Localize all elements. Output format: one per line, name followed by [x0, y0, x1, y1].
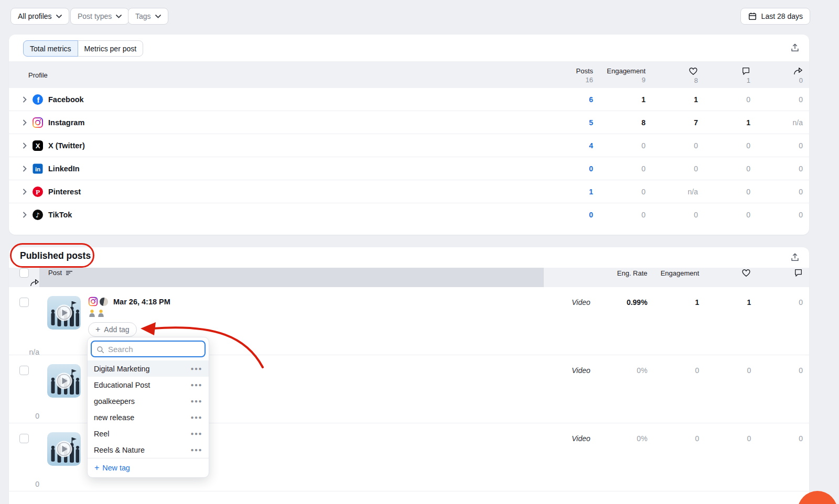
- likes-value: 1: [699, 287, 751, 306]
- comments-value: 0: [698, 211, 750, 219]
- posts-count-link[interactable]: 4: [541, 141, 593, 150]
- date-range-picker[interactable]: Last 28 days: [740, 8, 810, 25]
- person-emoji-icon: [88, 309, 96, 317]
- pinterest-logo-icon: P: [32, 186, 44, 198]
- post-checkbox[interactable]: [19, 434, 29, 443]
- export-icon[interactable]: [790, 253, 800, 262]
- person-emoji-icon: [97, 309, 105, 317]
- profiles-filter-dropdown[interactable]: All profiles: [10, 8, 69, 25]
- shares-value: 0: [750, 188, 803, 196]
- export-icon[interactable]: [790, 43, 800, 52]
- chevron-right-icon[interactable]: [22, 96, 27, 103]
- post-date[interactable]: Mar 26, 4:18 PM: [113, 298, 170, 306]
- tag-options-menu-icon[interactable]: ●●●: [190, 414, 202, 420]
- add-tag-button[interactable]: + Add tag: [88, 322, 137, 337]
- tags-filter-dropdown[interactable]: Tags: [128, 8, 168, 25]
- chevron-right-icon[interactable]: [22, 119, 27, 126]
- post-video-thumbnail[interactable]: [47, 296, 81, 330]
- chevron-right-icon[interactable]: [22, 212, 27, 218]
- engagement-value: 0: [593, 165, 646, 173]
- tag-option-label: Reels & Nature: [94, 446, 145, 454]
- sort-icon[interactable]: [66, 270, 73, 276]
- calendar-icon: [748, 12, 757, 21]
- heart-icon: [689, 67, 698, 75]
- metrics-tabs: Total metrics Metrics per post: [23, 40, 143, 57]
- engagement-value: 0: [648, 423, 700, 443]
- tag-option[interactable]: goalkeepers ●●●: [88, 393, 209, 409]
- posts-count-link[interactable]: 0: [541, 211, 593, 219]
- tag-option[interactable]: Reel ●●●: [88, 425, 209, 442]
- tag-options-menu-icon[interactable]: ●●●: [190, 447, 202, 453]
- likes-value: 0: [699, 355, 751, 375]
- tag-option[interactable]: new release ●●●: [88, 409, 209, 425]
- tag-options-menu-icon[interactable]: ●●●: [190, 431, 202, 436]
- post-column-header: Post: [48, 269, 62, 277]
- tag-option[interactable]: Educational Post ●●●: [88, 377, 209, 393]
- posts-count-link[interactable]: 1: [541, 188, 593, 196]
- tag-option[interactable]: Digital Marketing ●●●: [88, 360, 209, 377]
- tag-option[interactable]: Reels & Nature ●●●: [88, 442, 209, 458]
- date-range-label: Last 28 days: [761, 12, 803, 20]
- tag-dropdown-menu: Digital Marketing ●●● Educational Post ●…: [87, 337, 209, 478]
- likes-value: 0: [699, 423, 751, 443]
- chevron-down-icon: [155, 15, 161, 18]
- post-checkbox[interactable]: [19, 298, 29, 307]
- instagram-logo-icon: [88, 297, 98, 306]
- post-caption: [88, 309, 170, 317]
- post-types-filter-dropdown[interactable]: Post types: [70, 8, 129, 25]
- profile-column-header: Profile: [28, 71, 48, 79]
- plus-icon: +: [95, 325, 100, 334]
- new-tag-button[interactable]: + New tag: [88, 458, 209, 477]
- shares-value: 0: [750, 165, 803, 173]
- profile-avatar: [99, 297, 109, 306]
- chevron-right-icon[interactable]: [22, 143, 27, 149]
- engagement-value: 0: [648, 355, 700, 375]
- tag-options-menu-icon[interactable]: ●●●: [190, 382, 202, 388]
- tag-options-menu-icon[interactable]: ●●●: [190, 398, 202, 404]
- engagement-value: 0: [593, 211, 646, 219]
- post-video-thumbnail[interactable]: [47, 364, 81, 398]
- add-tag-label: Add tag: [104, 325, 129, 334]
- likes-total: 8: [694, 76, 698, 84]
- plus-icon: +: [94, 464, 99, 472]
- table-row-pinterest: P Pinterest 1 0 n/a 0 0: [9, 180, 809, 203]
- posts-count-link[interactable]: 0: [541, 165, 593, 173]
- engagement-value: 8: [593, 118, 646, 127]
- select-all-checkbox[interactable]: [19, 268, 29, 278]
- chevron-right-icon[interactable]: [22, 166, 27, 172]
- tab-metrics-per-post[interactable]: Metrics per post: [78, 40, 144, 57]
- shares-value: 0: [750, 95, 803, 104]
- network-name: TikTok: [48, 211, 72, 219]
- post-types-filter-label: Post types: [78, 12, 112, 20]
- eng-rate-value: 0%: [596, 423, 648, 443]
- comments-value: 0: [698, 165, 750, 173]
- comments-value: 0: [698, 188, 750, 196]
- posts-count-link[interactable]: 6: [541, 95, 593, 104]
- shares-value: n/a: [9, 337, 39, 356]
- tab-total-metrics[interactable]: Total metrics: [23, 40, 78, 57]
- table-row-instagram: Instagram 5 8 7 1 n/a: [9, 111, 809, 134]
- tag-option-label: new release: [94, 413, 134, 422]
- post-video-thumbnail[interactable]: [47, 432, 81, 466]
- table-row-tiktok: ♪ TikTok 0 0 0 0 0: [9, 203, 809, 226]
- likes-value: n/a: [646, 188, 698, 196]
- posts-count-link[interactable]: 5: [541, 118, 593, 127]
- post-type: Video: [544, 355, 596, 375]
- tag-search-input[interactable]: [92, 342, 205, 356]
- comments-value: 0: [751, 287, 803, 306]
- tag-options-menu-icon[interactable]: ●●●: [190, 366, 202, 371]
- shares-value: 0: [750, 141, 803, 150]
- share-icon: [793, 67, 803, 75]
- posts-table-header: Post Eng. Rate Engagement: [9, 268, 809, 287]
- likes-value: 1: [646, 95, 698, 104]
- network-name: Pinterest: [48, 188, 81, 196]
- post-checkbox[interactable]: [19, 366, 29, 375]
- engagement-total: 9: [642, 76, 646, 84]
- chevron-right-icon[interactable]: [22, 189, 27, 195]
- comments-value: 0: [698, 95, 750, 104]
- comments-value: 0: [698, 141, 750, 150]
- likes-value: 0: [646, 165, 698, 173]
- svg-text:f: f: [37, 95, 39, 104]
- table-row-x-twitter: X X (Twitter) 4 0 0 0 0: [9, 134, 809, 157]
- metrics-table-header: Profile Posts 16 Engagement 9 8 1 0: [9, 61, 809, 88]
